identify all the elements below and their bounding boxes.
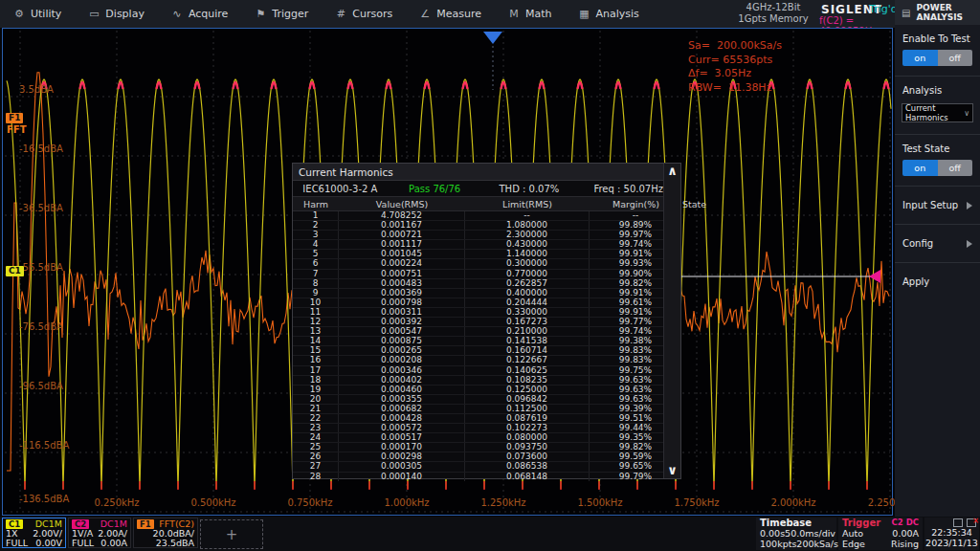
analysis-dropdown[interactable]: Current Harmonics ∨: [902, 103, 973, 122]
table-header-row: HarmValue(RMS) Limit(RMS)Margin(%) State: [293, 197, 680, 211]
trigger-status: Trig'd: [869, 3, 898, 15]
dialog-title: Current Harmonics: [299, 166, 393, 178]
dialog-title-bar[interactable]: Current Harmonics ×: [293, 164, 680, 181]
enable-on-button[interactable]: on: [902, 50, 938, 66]
trigger-descriptor[interactable]: TriggerC2 DC Auto0.00A EdgeRising: [838, 518, 923, 550]
plus-icon: +: [226, 526, 238, 543]
f1-trace-tag: FFT: [7, 124, 26, 135]
table-row[interactable]: 240.0005170.08000099.35%PASS: [293, 433, 680, 443]
table-row[interactable]: 100.0007980.20444499.61%PASS: [293, 298, 680, 308]
standard-label: IEC61000-3-2 A: [293, 184, 388, 194]
table-row[interactable]: 190.0004600.12500099.63%PASS: [293, 386, 680, 395]
add-channel-button[interactable]: +: [200, 519, 263, 549]
table-row[interactable]: 30.0007212.30000099.97%PASS: [293, 231, 680, 240]
test-state-on-button[interactable]: on: [902, 160, 938, 176]
analysis-value: Current Harmonics: [905, 103, 964, 122]
trigger-position-icon[interactable]: [483, 32, 502, 44]
expand-arrow-icon: [967, 240, 972, 248]
table-row[interactable]: 150.0002650.16071499.83%PASS: [293, 346, 680, 356]
menu-list-icon: ▤: [902, 8, 910, 18]
y-axis-label: -116.5dBA: [19, 440, 69, 451]
x-axis-label: 0.250kHz: [86, 497, 147, 508]
table-scrollbar[interactable]: ∧ ∨: [663, 164, 680, 478]
menu-label: Acquire: [189, 8, 228, 20]
x-axis-label: 1.000kHz: [376, 497, 437, 508]
channel-f1-descriptor[interactable]: F1FFT(C2) 20.0dBA/ 23.5dBA: [133, 518, 198, 548]
dialog-summary-row: IEC61000-3-2 A Pass 76/76 THD : 0.07% Fr…: [293, 181, 680, 197]
menu-analysis[interactable]: ▦Analysis: [565, 0, 652, 28]
panel-title: POWER ANALYSIS: [916, 3, 973, 22]
menu-math[interactable]: MMath: [495, 0, 566, 28]
y-axis-label: 3.5dBA: [19, 84, 54, 95]
table-row[interactable]: 180.0004020.10823599.63%PASS: [293, 376, 680, 386]
scope-specs: 4GHz-12Bit1Gpts Memory: [729, 2, 817, 25]
table-row[interactable]: 14.708252----NON SPEC: [293, 211, 680, 221]
input-setup-label: Input Setup: [902, 200, 958, 210]
enable-off-button[interactable]: off: [938, 50, 973, 66]
table-row[interactable]: 20.0011671.08000099.89%PASS: [293, 221, 680, 231]
menu-label: Cursors: [352, 8, 392, 20]
pass-summary: Pass 76/76: [388, 184, 482, 194]
menu-cursors[interactable]: #Cursors: [322, 0, 406, 28]
table-row[interactable]: 60.0002240.30000099.93%PASS: [293, 259, 680, 269]
table-row[interactable]: 280.0001400.06814899.79%PASS: [293, 473, 680, 481]
menu-trigger[interactable]: ⚑Trigger: [241, 0, 322, 28]
measure-icon: ∠: [419, 8, 431, 20]
table-row[interactable]: 110.0003110.33000099.91%PASS: [293, 308, 680, 318]
c1-trace-badge[interactable]: C1: [6, 266, 24, 276]
x-axis-label: 0.750kHz: [279, 497, 341, 508]
table-row[interactable]: 160.0002080.12266799.83%PASS: [293, 356, 680, 365]
table-row[interactable]: 70.0007510.77000099.90%PASS: [293, 270, 680, 279]
table-row[interactable]: 220.0004280.08761999.51%PASS: [293, 414, 680, 424]
menu-utility[interactable]: ⚙Utility: [0, 0, 75, 28]
table-row[interactable]: 50.0010451.14000099.91%PASS: [293, 250, 680, 259]
y-axis-label: -56.5dBA: [19, 262, 63, 273]
apply-label: Apply: [902, 276, 929, 287]
config-item[interactable]: Config: [895, 225, 980, 262]
table-row[interactable]: 210.0006820.11250099.39%PASS: [293, 405, 680, 414]
input-setup-item[interactable]: Input Setup: [895, 187, 980, 224]
table-row[interactable]: 200.0003550.09684299.63%PASS: [293, 395, 680, 405]
table-row[interactable]: 120.0003920.16727399.77%PASS: [293, 318, 680, 327]
chevron-down-icon: ∨: [964, 109, 969, 118]
table-row[interactable]: 260.0002980.07360099.59%PASS: [293, 452, 680, 462]
x-axis-label: 1.750kHz: [666, 497, 727, 508]
test-state-off-button[interactable]: off: [938, 160, 973, 176]
panel-header[interactable]: ▤ POWER ANALYSIS: [895, 0, 980, 25]
table-row[interactable]: 80.0004830.26285799.82%PASS: [293, 279, 680, 289]
timebase-descriptor[interactable]: Timebase 0.00s50.0ms/div 100kpts200kSa/s: [756, 518, 836, 550]
display-icon: ▭: [88, 8, 100, 20]
analysis-icon: ▦: [578, 8, 590, 20]
scroll-down-icon[interactable]: ∨: [667, 463, 678, 478]
scroll-up-icon[interactable]: ∧: [667, 164, 678, 179]
table-row[interactable]: 130.0005470.21000099.74%PASS: [293, 327, 680, 337]
table-row[interactable]: 170.0003460.14062599.75%PASS: [293, 366, 680, 376]
f1-trace-badge[interactable]: F1: [6, 113, 23, 123]
current-harmonics-dialog: Current Harmonics × IEC61000-3-2 A Pass …: [292, 163, 681, 479]
harmonics-table-body[interactable]: 14.708252----NON SPEC20.0011671.08000099…: [293, 211, 680, 481]
y-axis-label: -136.5dBA: [19, 494, 69, 504]
apply-item[interactable]: Apply: [895, 263, 980, 300]
channel-c1-descriptor[interactable]: C1DC1M 1X2.00V/ FULL0.00V: [2, 518, 66, 548]
table-row[interactable]: 90.0003690.40000099.91%PASS: [293, 289, 680, 298]
x-axis-label: 1.500kHz: [569, 497, 631, 508]
x-axis-label: 1.250kHz: [473, 497, 534, 508]
y-axis-label: -96.5dBA: [19, 381, 63, 391]
power-analysis-panel: ▤ POWER ANALYSIS Enable To Test on off A…: [895, 0, 980, 517]
menu-measure[interactable]: ∠Measure: [406, 0, 495, 28]
table-row[interactable]: 230.0005720.10227399.44%PASS: [293, 424, 680, 433]
clock-date: 2023/11/13: [924, 538, 979, 548]
menu-label: Utility: [31, 8, 61, 20]
table-row[interactable]: 140.0008750.14153899.38%PASS: [293, 337, 680, 346]
menu-display[interactable]: ▭Display: [75, 0, 158, 28]
table-row[interactable]: 250.0001700.09375099.82%PASS: [293, 443, 680, 452]
menu-acquire[interactable]: ∿Acquire: [158, 0, 241, 28]
flag-icon: ⚑: [255, 8, 266, 20]
channel-c2-descriptor[interactable]: C2DC1M 1V/A2.00A/ FULL0.00A: [68, 518, 131, 548]
clock-box: × 22:35:34 2023/11/13: [924, 518, 979, 550]
y-axis-label: -76.5dBA: [19, 321, 63, 332]
table-row[interactable]: 40.0011170.43000099.74%PASS: [293, 240, 680, 250]
cursors-icon: #: [335, 8, 346, 20]
table-row[interactable]: 270.0003050.08653899.65%PASS: [293, 462, 680, 472]
thd-readout: THD : 0.07%: [482, 184, 577, 194]
